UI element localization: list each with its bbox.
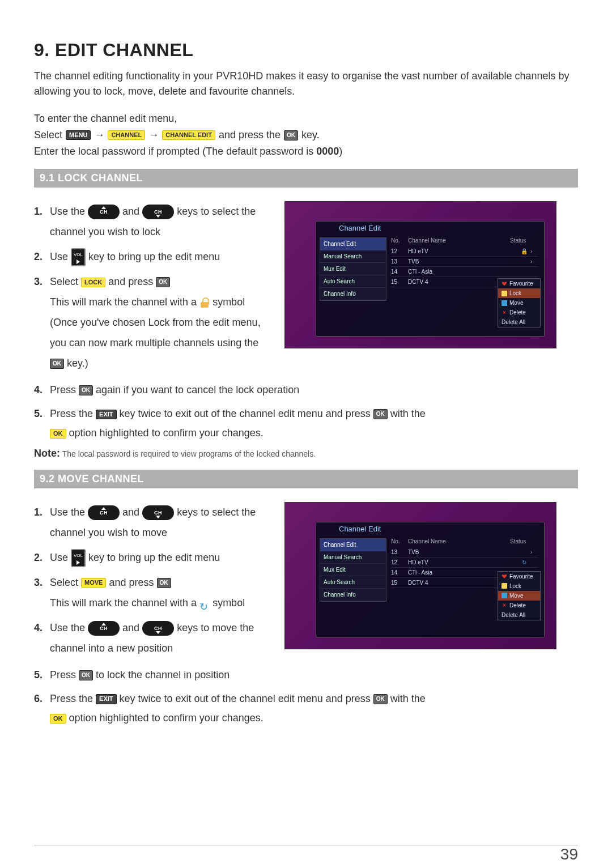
text: and [122,206,142,217]
lock-icon [502,583,507,589]
text: Press the [50,408,96,419]
sidebar-item: Channel Edit [320,539,386,551]
exit-key-badge: EXIT [96,410,116,419]
ok-option-badge: OK [50,714,66,724]
text: Use the [50,507,88,518]
shot-sidebar: Channel Edit Manual Search Mux Edit Auto… [320,538,386,602]
ch-up-key-icon: CH [88,621,120,636]
text: Use [50,552,71,563]
vol-right-key-icon: VOL [71,248,86,266]
intro-text: The channel editing functionality in you… [34,69,578,99]
sidebar-item: Auto Search [320,576,386,589]
text: Use [50,251,71,262]
text: option highlighted to confirm your chang… [69,427,264,439]
pw-suffix: ) [339,146,342,157]
select-path: Select MENU → CHANNEL → CHANNEL EDIT and… [34,129,578,141]
heart-icon [502,281,507,287]
arrow-icon: → [148,129,159,141]
pw-prefix: Enter the local password if prompted (Th… [34,146,316,157]
shot-popup: Favourite Lock Move Delete Delete All [498,278,541,327]
text: symbol [212,597,245,609]
sidebar-item: Mux Edit [320,564,386,576]
text: Press [50,669,79,680]
section-9-2-header: 9.2 MOVE CHANNEL [34,470,578,488]
text: with the [390,693,426,704]
menu-key-badge: MENU [66,130,91,140]
lock-step-5: 5. Press the EXIT key twice to exit out … [50,404,578,442]
move-step-4: 4. Use the CH and CH keys to move the ch… [50,618,272,658]
text: again if you want to cancel the lock ope… [96,384,299,395]
screenshot-lock: Channel Edit Channel Edit Manual Search … [284,201,556,348]
select-prefix: Select [34,129,62,141]
ok-key-badge: OK [373,694,388,704]
sidebar-item: Channel Info [320,589,386,601]
text: Select [50,276,81,287]
channel-edit-menu-badge: CHANNEL EDIT [162,130,215,140]
password-line: Enter the local password if prompted (Th… [34,146,578,158]
shot-table-header: No.Channel NameStatus [391,237,538,244]
lock-step-2: 2. Use VOL key to bring up the edit menu [50,246,272,267]
ch-down-key-icon: CH [142,505,174,520]
delete-icon [502,602,507,608]
move-step-5: 5. Press OK to lock the channel in posit… [50,665,578,684]
ch-up-key-icon: CH [88,205,120,219]
text: key twice to exit out of the channel edi… [120,408,373,419]
move-icon [502,593,507,598]
move-step-1: 1. Use the CH and CH keys to select the … [50,502,272,543]
ch-down-key-icon: CH [142,621,174,636]
sidebar-item: Channel Info [320,288,386,300]
ok-key-badge: OK [373,409,388,419]
lock-icon [502,291,507,296]
text: key to bring up the edit menu [88,251,220,262]
shot-sidebar: Channel Edit Manual Search Mux Edit Auto… [320,237,386,301]
move-icon [502,300,507,306]
ok-key-badge: OK [50,359,64,369]
note-text: The local password is required to view p… [60,449,316,458]
text: Press the [50,693,96,704]
ok-key-badge: OK [79,670,93,680]
lock-step-3: 3. Select LOCK and press OK This will ma… [50,271,272,373]
arrow-icon: → [94,129,104,141]
sidebar-item: Channel Edit [320,238,386,250]
ok-key-badge: OK [157,578,171,588]
text: Use the [50,206,88,217]
text: This will mark the channel with a [50,296,199,308]
select-suffix: key. [301,129,320,141]
move-option-badge: MOVE [81,578,106,588]
text: key twice to exit out of the channel edi… [120,693,373,704]
page-number: 39 [560,845,578,863]
sidebar-item: Auto Search [320,275,386,288]
move-step-6: 6. Press the EXIT key twice to exit out … [50,689,578,727]
page-footer-rule [34,845,578,845]
select-mid: and press the [219,129,280,141]
text: Use the [50,622,88,633]
text: Select [50,577,81,588]
text: key to bring up the edit menu [88,552,220,563]
sidebar-item: Mux Edit [320,263,386,275]
ok-option-badge: OK [50,429,66,439]
ok-key-badge: OK [284,130,298,141]
screenshot-move: Channel Edit Channel Edit Manual Search … [284,502,556,649]
move-step-3: 3. Select MOVE and press OK This will ma… [50,572,272,613]
delete-icon [502,310,507,316]
note-line: Note: The local password is required to … [34,448,578,459]
lock-icon [199,297,210,308]
ok-key-badge: OK [156,277,170,287]
channel-menu-badge: CHANNEL [108,130,145,140]
text: to lock the channel in position [96,669,230,680]
heart-icon [502,573,507,579]
text: and press [108,276,156,287]
vol-right-key-icon: VOL [71,549,86,567]
shot-popup: Favourite Lock Move Delete Delete All [498,571,541,620]
text: Press [50,384,79,395]
note-label: Note: [34,448,60,459]
lock-option-badge: LOCK [81,278,105,287]
move-icon [199,599,210,608]
ch-up-key-icon: CH [88,505,120,520]
shot-title: Channel Edit [339,525,381,533]
text: and [122,507,142,518]
ch-down-key-icon: CH [142,205,174,219]
shot-table-header: No.Channel NameStatus [391,538,538,544]
text: This will mark the channel with a [50,597,199,609]
exit-key-badge: EXIT [96,694,116,704]
